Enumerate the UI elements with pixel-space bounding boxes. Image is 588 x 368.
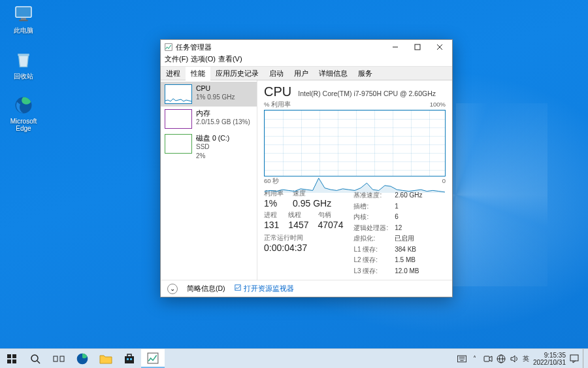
info-value: 1 [395,202,422,212]
sidebar-item-disk[interactable]: 磁盘 0 (C:) SSD 2% [161,131,257,163]
tray-meet-now-icon[interactable] [483,354,493,363]
menu-file[interactable]: 文件(F) [165,54,188,66]
touch-keyboard-icon[interactable] [457,354,466,363]
tab-processes[interactable]: 进程 [161,67,186,80]
svg-rect-0 [16,7,31,17]
info-value: 已启用 [395,234,422,244]
info-row: 虚拟化:已启用 [353,234,422,244]
stat-value: 1% [264,198,284,209]
desktop-icons: 此电脑 回收站 Microsoft Edge [5,3,42,132]
resource-monitor-icon [235,284,241,291]
stats-row: 利用率 1% 速度 0.95 GHz 进程 131 [264,190,446,277]
stat-label: 句柄 [318,211,344,220]
close-button[interactable] [429,40,451,54]
tab-details[interactable]: 详细信息 [314,67,353,80]
tab-startup[interactable]: 启动 [264,67,289,80]
tab-users[interactable]: 用户 [289,67,314,80]
tabstrip: 进程 性能 应用历史记录 启动 用户 详细信息 服务 [161,66,452,80]
stat-value: 47074 [318,220,344,230]
fewer-details-label[interactable]: 简略信息(D) [187,284,225,293]
tab-services[interactable]: 服务 [353,67,378,80]
stat-value: 131 [264,220,279,230]
menubar: 文件(F) 选项(O) 查看(V) [161,54,452,66]
svg-rect-17 [54,356,57,361]
svg-rect-7 [415,44,420,50]
stat-label: 线程 [288,211,308,220]
info-value: 384 KB [395,245,422,255]
performance-sidebar: CPU 1% 0.95 GHz 内存 2.0/15.9 GB (13%) 磁盘 … [161,80,257,280]
action-center-icon[interactable] [570,354,579,363]
desktop-icon-recycle-bin[interactable]: 回收站 [5,48,42,81]
cpu-utilization-graph[interactable] [264,110,446,176]
menu-options[interactable]: 选项(O) [191,54,216,66]
svg-rect-32 [570,355,578,361]
desktop-icon-label: Microsoft Edge [5,118,42,132]
info-row: 插槽:1 [353,202,422,212]
sidebar-item-label: 磁盘 0 (C:) [196,134,229,142]
search-button[interactable] [24,349,47,368]
taskbar-app-task-manager[interactable] [141,349,165,368]
window-title: 任务管理器 [176,42,212,52]
menu-view[interactable]: 查看(V) [218,54,242,66]
tab-performance[interactable]: 性能 [186,67,210,80]
tray-volume-icon[interactable] [510,354,519,363]
sidebar-item-cpu[interactable]: CPU 1% 0.95 GHz [161,82,257,107]
recycle-bin-icon [12,48,35,71]
task-view-button[interactable] [47,349,71,368]
ime-indicator[interactable]: 英 [523,354,529,363]
info-value: 12 [395,224,422,233]
svg-rect-12 [12,354,16,358]
window-footer: ⌄ 简略信息(D) 打开资源监视器 [161,280,452,297]
taskbar-app-edge[interactable] [71,349,94,368]
minimize-button[interactable] [384,40,406,54]
stat-label: 进程 [264,211,279,220]
maximize-button[interactable] [406,40,429,54]
svg-rect-13 [7,360,11,363]
svg-point-15 [31,355,38,361]
info-value: 12.0 MB [395,267,422,276]
fewer-details-toggle[interactable]: ⌄ [167,284,178,294]
svg-line-16 [37,361,40,363]
show-desktop-button[interactable] [583,349,585,369]
desktop-icon-this-pc[interactable]: 此电脑 [5,3,42,35]
info-label: L1 缓存: [353,245,393,255]
cpu-thumb [165,84,192,104]
graph-label-topleft: % 利用率 [264,101,291,109]
detail-pane: CPU Intel(R) Core(TM) i7-9750H CPU @ 2.6… [257,80,452,280]
monitor-icon [12,3,35,25]
graph-label-topright: 100% [430,101,446,109]
titlebar[interactable]: 任务管理器 [161,40,452,54]
info-value: 6 [395,212,422,222]
taskbar-app-store[interactable] [118,349,141,368]
uptime-label: 正常运行时间 [264,234,343,243]
taskbar: ˄ 英 9:15:35 2022/10/31 [0,348,588,368]
cpu-info-table: 基准速度:2.60 GHz插槽:1内核:6逻辑处理器:12虚拟化:已启用L1 缓… [352,190,423,277]
info-label: 虚拟化: [353,234,393,244]
info-label: 内核: [353,212,393,222]
info-label: L3 缓存: [353,267,393,276]
taskbar-app-explorer[interactable] [94,349,118,368]
disk-thumb [165,134,192,154]
svg-rect-2 [19,20,27,21]
sidebar-item-label: CPU [196,84,235,93]
info-row: 内核:6 [353,212,422,222]
app-icon [165,43,172,51]
info-row: L3 缓存:12.0 MB [353,267,422,276]
tray-network-icon[interactable] [497,354,506,363]
tab-app-history[interactable]: 应用历史记录 [210,67,264,80]
info-row: 逻辑处理器:12 [353,224,422,233]
start-button[interactable] [0,349,24,368]
desktop-icon-label: 回收站 [14,72,33,81]
svg-rect-21 [127,358,129,360]
sidebar-item-sub: SSD 2% [196,143,210,159]
open-resource-monitor-link[interactable]: 打开资源监视器 [235,284,294,293]
memory-thumb [165,109,192,129]
clock[interactable]: 9:15:35 2022/10/31 [533,352,566,366]
svg-rect-3 [18,54,29,56]
task-manager-window: 任务管理器 文件(F) 选项(O) 查看(V) 进程 性能 应用历史记录 启动 … [160,39,453,297]
tray-chevron-up-icon[interactable]: ˄ [470,354,480,363]
desktop-icon-edge[interactable]: Microsoft Edge [5,94,42,132]
stat-value: 1457 [288,220,308,230]
sidebar-item-memory[interactable]: 内存 2.0/15.9 GB (13%) [161,107,257,131]
svg-rect-20 [125,356,134,363]
